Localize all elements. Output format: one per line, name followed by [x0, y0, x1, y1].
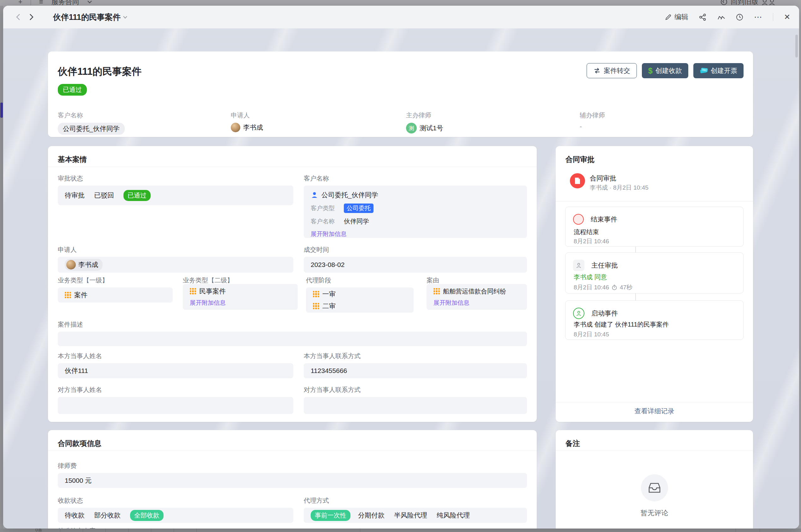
customer-pill[interactable]: 公司委托_伙伴同学	[58, 123, 125, 135]
divider	[556, 451, 753, 451]
field-cause: 船舶营运借款合同纠纷 展开附加信息 案由	[427, 276, 527, 287]
timeline-card-end-event[interactable]: 结束事件 流程结束 8月2日 10:46	[565, 207, 744, 247]
biz1-box: 案件	[58, 287, 173, 303]
divider	[556, 402, 753, 402]
invoice-ticket-icon	[700, 67, 708, 74]
section-title: 合同款项信息	[58, 439, 101, 449]
grid-icon	[433, 288, 440, 294]
field-party-contact: 本方当事人联系方式 1123455666	[304, 352, 527, 378]
history-back-icon	[721, 0, 727, 5]
customer-type-badge: 公司委托	[344, 204, 373, 213]
applicant-chip[interactable]: 李书成	[65, 259, 103, 271]
customer-box: 公司委托_伙伴同学 客户类型 公司委托 客户名称 伙伴同学 展开附加信息	[304, 186, 527, 238]
person-icon	[573, 260, 584, 271]
field-payment-status: 收款状态 待收款 部分收款 全部收款	[58, 496, 293, 523]
approval-item-title[interactable]: 合同审批	[590, 174, 616, 183]
field-party-name: 本方当事人姓名 伙伴111	[58, 352, 293, 378]
opposite-name-box	[58, 397, 293, 414]
divider	[31, 0, 31, 5]
option-semi-risk: 半风险代理	[394, 511, 427, 520]
background-tab-label[interactable]: 服务合同	[52, 0, 79, 6]
field-opposite-name: 对方当事人姓名	[58, 385, 293, 414]
case-title: 伙伴111的民事案件	[58, 65, 142, 78]
next-record-button[interactable]	[26, 12, 37, 22]
avatar	[66, 260, 76, 269]
party-name-box: 伙伴111	[58, 363, 293, 378]
field-opposite-contact: 对方当事人联系方式	[304, 385, 527, 414]
field-customer: 客户名称 公司委托_伙伴同学 客户类型 公司委托 客户名称 伙伴同学	[304, 174, 527, 238]
section-title: 基本案情	[58, 155, 87, 165]
field-biz-type-2: 民事案件 展开附加信息 业务类型【二级】	[183, 276, 298, 287]
section-title: 备注	[565, 439, 580, 449]
background-menu-icon[interactable]: ≡	[39, 0, 43, 6]
applicant-box: 李书成	[58, 257, 293, 273]
create-invoice-button[interactable]: 创建开票	[693, 63, 744, 78]
modal-scrollbar-thumb[interactable]	[795, 35, 798, 57]
field-agency-mode: 代理方式 事前一次性 分期付款 半风险代理 纯风险代理	[304, 496, 527, 523]
background-old-version-link[interactable]: 回到旧版	[731, 0, 758, 6]
grid-icon	[65, 292, 71, 298]
timeline-card-start-event[interactable]: 启动事件 李书成 创建了 伙伴111的民事案件 8月2日 10:45	[565, 300, 744, 340]
view-detail-log-link[interactable]: 查看详细记录	[556, 407, 753, 416]
agency-mode-box: 事前一次性 分期付款 半风险代理 纯风险代理	[304, 508, 527, 523]
header-field-lead-lawyer: 主办律师 测 测试1号	[406, 111, 443, 133]
background-scrollbar-thumb[interactable]	[0, 102, 3, 118]
option-installment: 分期付款	[358, 511, 385, 520]
option-paid-selected: 全部收款	[130, 510, 164, 521]
payment-status-box: 待收款 部分收款 全部收款	[58, 508, 293, 523]
prev-record-button[interactable]	[13, 12, 23, 22]
expand-info-link[interactable]: 展开附加信息	[190, 299, 226, 307]
contract-approval-card: 合同审批 合同审批 李书成 · 8月2日 10:45 结束事件 流程结束 8月2…	[556, 146, 753, 422]
record-title: 伙伴111的民事案件	[53, 12, 120, 22]
timeline-connector	[635, 293, 636, 300]
deal-time-box: 2023-08-02	[304, 257, 527, 273]
stage-box: 一审 二审	[306, 287, 414, 313]
approval-doc-icon	[570, 173, 585, 188]
avatar: 测	[406, 123, 417, 133]
basic-case-card: 基本案情 审批状态 待审批 已驳回 已通过 客户名称	[48, 146, 537, 422]
clock-icon	[736, 14, 743, 21]
person-icon	[311, 191, 318, 199]
edit-button[interactable]: 编辑	[665, 12, 688, 22]
record-header-card: 伙伴111的民事案件 已通过 案件转交 $ 创建收款 创建开票	[48, 52, 753, 137]
history-button[interactable]	[736, 14, 743, 21]
section-title: 合同审批	[565, 155, 595, 165]
divider	[48, 451, 537, 451]
field-special-terms: 特殊约定内容	[58, 527, 96, 529]
background-left-scrollbar[interactable]	[0, 6, 3, 529]
timeline-card-director-approval[interactable]: 主任审批 李书成 同意 8月2日 10:46 47秒	[565, 252, 744, 293]
close-button[interactable]: ✕	[784, 13, 790, 21]
header-field-assist-lawyer: 辅办律师 -	[580, 111, 605, 130]
grid-icon	[313, 291, 319, 297]
grid-icon	[313, 303, 319, 309]
header-field-customer: 客户名称 公司委托_伙伴同学	[58, 111, 125, 135]
create-receipt-button[interactable]: $ 创建收款	[642, 63, 688, 78]
case-transfer-button[interactable]: 案件转交	[586, 63, 637, 78]
person-icon	[573, 308, 584, 319]
cause-box: 船舶营运借款合同纠纷 展开附加信息	[427, 284, 527, 310]
field-approval-status: 审批状态 待审批 已驳回 已通过	[58, 174, 293, 205]
option-pending: 待审批	[65, 191, 85, 200]
divider	[556, 201, 753, 202]
avatar	[231, 123, 240, 132]
expand-info-link[interactable]: 展开附加信息	[311, 230, 347, 238]
background-new-tab-icon[interactable]: +	[18, 0, 22, 6]
biz2-box: 民事案件 展开附加信息	[183, 284, 298, 310]
opposite-contact-box	[304, 397, 527, 414]
background-table-strip: 0条	[0, 529, 801, 532]
share-icon	[699, 14, 706, 21]
approval-center-button[interactable]	[717, 14, 725, 20]
record-count-text: 0条	[35, 529, 42, 532]
record-title-dropdown[interactable]: 伙伴111的民事案件	[53, 12, 127, 22]
chevron-down-icon	[123, 16, 127, 19]
more-button[interactable]: ⋯	[754, 12, 762, 22]
field-description: 案件描述	[58, 320, 527, 346]
expand-info-link[interactable]: 展开附加信息	[433, 299, 469, 307]
customer-name[interactable]: 公司委托_伙伴同学	[321, 191, 378, 200]
grid-icon	[190, 288, 196, 294]
status-badge: 已通过	[58, 84, 87, 96]
timeline-connector	[635, 247, 636, 252]
double-chevron-icon	[716, 13, 726, 21]
share-button[interactable]	[699, 14, 706, 21]
end-event-icon	[573, 214, 584, 225]
